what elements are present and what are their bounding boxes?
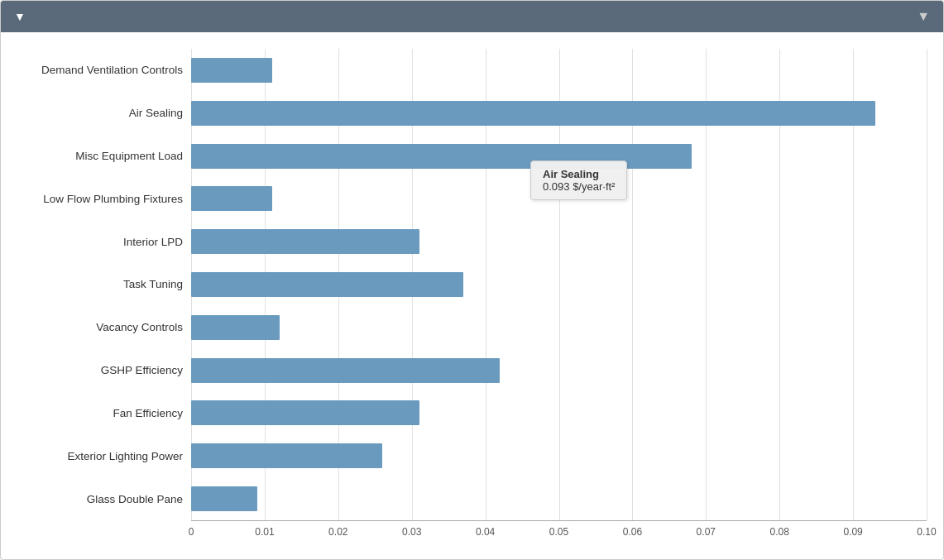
bar-row: Exterior Lighting Power: [191, 436, 927, 476]
x-tick-label: 0.01: [255, 526, 274, 538]
chart-body: Demand Ventilation ControlsAir SealingMi…: [1, 32, 943, 559]
bar[interactable]: [191, 58, 272, 83]
x-tick-label: 0.05: [549, 526, 568, 538]
bar-label: Task Tuning: [9, 278, 183, 290]
bar[interactable]: [191, 272, 463, 297]
x-tick-label: 0.04: [476, 526, 495, 538]
x-tick-label: 0.10: [917, 526, 936, 538]
x-tick-label: 0.02: [328, 526, 347, 538]
collapse-icon[interactable]: ▼: [14, 10, 26, 23]
bar-row: Fan Efficiency: [191, 393, 927, 433]
filter-icon[interactable]: ▼: [917, 9, 930, 24]
bar-label: Interior LPD: [9, 236, 183, 248]
bar-row: GSHP Efficiency: [191, 351, 927, 390]
bar[interactable]: [191, 486, 257, 511]
chart-inner: Demand Ventilation ControlsAir SealingMi…: [9, 49, 927, 526]
bar-label: Fan Efficiency: [9, 407, 183, 419]
bar[interactable]: [191, 186, 272, 211]
bar-row: Interior LPD: [191, 222, 927, 261]
bar-label: Low Flow Plumbing Fixtures: [9, 193, 183, 205]
bar[interactable]: [191, 315, 280, 340]
chart-title-area: ▼: [14, 10, 32, 23]
bar[interactable]: [191, 101, 875, 126]
x-tick-label: 0.03: [402, 526, 421, 538]
bar-row: Air Sealing: [191, 93, 927, 133]
bar-row: Vacancy Controls: [191, 308, 927, 347]
x-tick-label: 0.09: [843, 526, 862, 538]
bar-label: Air Sealing: [9, 107, 183, 119]
x-tick-label: 0: [189, 526, 194, 538]
bar[interactable]: [191, 144, 692, 169]
grid-and-bars: Demand Ventilation ControlsAir SealingMi…: [191, 49, 927, 520]
bar[interactable]: [191, 400, 419, 425]
bar-row: Misc Equipment Load: [191, 136, 927, 176]
chart-header: ▼ ▼: [1, 1, 943, 32]
bar-row: Task Tuning: [191, 265, 927, 304]
bar[interactable]: [191, 443, 382, 468]
grid-line: [927, 49, 927, 520]
x-tick-label: 0.06: [623, 526, 642, 538]
bar-label: Demand Ventilation Controls: [9, 64, 183, 76]
bars-area: Demand Ventilation ControlsAir SealingMi…: [191, 49, 927, 520]
bar-row: Glass Double Pane: [191, 479, 927, 519]
x-tick-label: 0.08: [770, 526, 789, 538]
bar-label: Glass Double Pane: [9, 493, 183, 505]
bar[interactable]: [191, 358, 500, 383]
bar-row: Low Flow Plumbing Fixtures: [191, 179, 927, 218]
chart-controls: ▼: [910, 9, 930, 24]
bar-label: Vacancy Controls: [9, 321, 183, 333]
bar-label: Exterior Lighting Power: [9, 450, 183, 462]
x-tick-label: 0.07: [697, 526, 716, 538]
bar[interactable]: [191, 229, 419, 254]
x-axis: 00.010.020.030.040.050.060.070.080.090.1…: [191, 520, 927, 526]
bar-label: GSHP Efficiency: [9, 364, 183, 376]
chart-container: ▼ ▼ Demand Ventilation ControlsAir Seali…: [0, 0, 944, 560]
bar-label: Misc Equipment Load: [9, 150, 183, 162]
chart-area: Demand Ventilation ControlsAir SealingMi…: [9, 49, 927, 526]
bar-row: Demand Ventilation Controls: [191, 50, 927, 90]
